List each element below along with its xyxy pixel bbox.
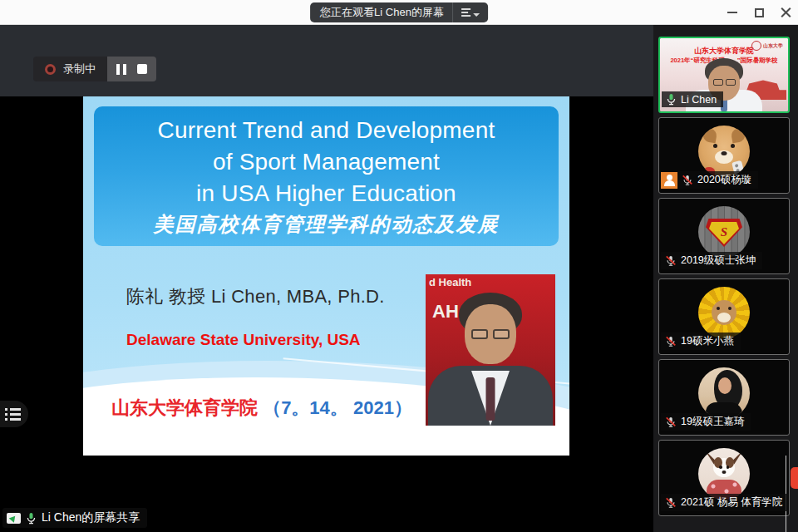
mic-on-icon	[666, 93, 677, 106]
view-options-menu[interactable]	[452, 2, 488, 22]
shared-screen-stage: 录制中 Current Trend and Development of Spo…	[0, 25, 653, 532]
close-button[interactable]	[780, 7, 791, 18]
tile-label: 2020硕杨璇	[661, 171, 758, 189]
participant-name: 19硕米小燕	[681, 334, 734, 348]
maximize-button[interactable]	[753, 7, 765, 18]
minimize-button[interactable]	[727, 7, 738, 18]
tile-label: 2021硕 杨易 体育学院	[661, 494, 789, 511]
chevron-down-icon	[473, 13, 480, 17]
presenter-photo: d Health AH	[426, 274, 555, 426]
pause-recording-button[interactable]	[116, 64, 126, 75]
screen-share-icon	[7, 513, 21, 524]
slide-title-line-2: of Sport Management	[94, 146, 559, 178]
slide-title-line-1: Current Trend and Development	[94, 115, 559, 146]
presenter-name: 陈礼 教授 Li Chen, MBA, Ph.D.	[126, 284, 385, 309]
panel-scrollbar-thumb[interactable]	[791, 467, 798, 489]
screen-share-status: Li Chen的屏幕共享	[2, 508, 147, 528]
participant-tile[interactable]: 2020硕杨璇	[658, 117, 790, 194]
participant-name: 2021硕 杨易 体育学院	[681, 495, 782, 510]
slide-title-box: Current Trend and Development of Sport M…	[94, 106, 559, 246]
record-dot-icon	[45, 64, 56, 75]
mic-muted-icon	[665, 497, 677, 509]
recording-label: 录制中	[63, 62, 96, 76]
recording-controls: 录制中	[33, 57, 156, 81]
watching-banner: 您正在观看Li Chen的屏幕	[310, 2, 488, 22]
participant-name: 2019级硕士张坤	[681, 254, 756, 268]
slide-footer-date: （7。14。 2021）	[263, 397, 412, 418]
slide-title-chinese: 美国高校体育管理学科的动态及发展	[94, 209, 559, 239]
tile-label: 19硕米小燕	[661, 332, 741, 350]
meeting-window: 您正在观看Li Chen的屏幕 录制中	[0, 0, 798, 532]
window-title-bar: 您正在观看Li Chen的屏幕	[0, 0, 798, 25]
participant-tile-li-chen[interactable]: 山东大学体育学院 2021年“研究生科研……”国际暑期学校 山东大学	[658, 37, 790, 113]
recording-status: 录制中	[33, 57, 107, 81]
photo-backdrop-text-top: d Health	[429, 276, 471, 288]
speaker-glasses	[711, 79, 737, 86]
seal-text: 山东大学	[763, 42, 783, 50]
slide-footer-school: 山东大学体育学院	[111, 397, 258, 418]
participant-tile[interactable]: 2021硕 杨易 体育学院	[658, 440, 790, 516]
window-controls	[727, 0, 791, 25]
mic-muted-icon	[682, 175, 693, 186]
menu-lines-icon	[461, 8, 470, 17]
mic-muted-icon	[665, 336, 677, 347]
photo-tie	[486, 377, 495, 421]
tile-label: Li Chen	[662, 91, 723, 107]
presentation-slide: Current Trend and Development of Sport M…	[83, 96, 569, 456]
maximize-icon	[755, 8, 764, 17]
close-icon	[781, 7, 791, 18]
mic-on-icon	[26, 512, 37, 525]
tile-label: 2019级硕士张坤	[661, 252, 762, 269]
screen-share-label: Li Chen的屏幕共享	[42, 510, 140, 525]
university-seal-logo: 山东大学	[751, 41, 783, 51]
recording-buttons	[107, 57, 156, 81]
slide-footer: 山东大学体育学院 （7。14。 2021）	[111, 396, 412, 421]
participants-list-handle[interactable]	[0, 401, 28, 427]
superman-logo-avatar: S	[698, 206, 750, 258]
participant-tile[interactable]: 19硕米小燕	[658, 278, 790, 355]
puppy-avatar	[698, 126, 750, 177]
list-icon	[5, 408, 21, 421]
sunflower-dog-avatar	[698, 287, 750, 338]
papillon-dog-avatar	[698, 448, 750, 500]
stop-recording-button[interactable]	[137, 64, 147, 74]
participant-tile[interactable]: 19级硕王嘉琦	[658, 359, 790, 436]
photo-glasses	[469, 329, 512, 340]
photo-backdrop-text-mid: AH	[432, 301, 459, 323]
participant-tile[interactable]: S 2019级硕士张坤	[658, 198, 790, 274]
mic-muted-icon	[665, 255, 677, 267]
slide-title-line-3: in USA Higher Education	[94, 178, 559, 209]
mic-muted-icon	[665, 416, 677, 428]
participants-panel: 山东大学体育学院 2021年“研究生科研……”国际暑期学校 山东大学	[653, 25, 798, 532]
portrait-avatar	[698, 367, 750, 419]
participant-name: Li Chen	[681, 94, 717, 106]
participant-name: 19级硕王嘉琦	[681, 415, 744, 429]
tile-label: 19级硕王嘉琦	[661, 413, 751, 431]
watching-label: 您正在观看Li Chen的屏幕	[320, 5, 444, 20]
participant-name: 2020硕杨璇	[697, 173, 751, 187]
guest-person-icon	[661, 172, 677, 189]
presenter-affiliation: Delaware State University, USA	[126, 331, 361, 349]
minimize-icon	[727, 12, 737, 13]
